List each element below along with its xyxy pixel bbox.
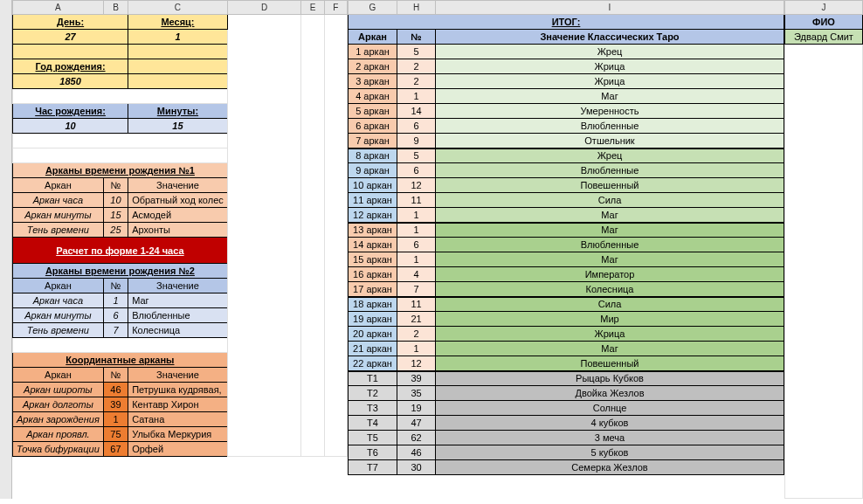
trow-meaning[interactable]: Семерка Жезлов xyxy=(436,460,784,475)
row-arcan-meaning[interactable]: Мир xyxy=(436,312,784,327)
row-arcan-meaning[interactable]: Умеренность xyxy=(436,104,784,119)
col-hdr-I[interactable]: I xyxy=(436,1,784,15)
month-value[interactable]: 1 xyxy=(128,30,228,45)
c-r0-num[interactable]: 46 xyxy=(103,383,128,397)
c-r4-meaning[interactable]: Орфей xyxy=(128,442,228,457)
trow-meaning[interactable]: 5 кубков xyxy=(436,445,784,460)
c-r3-meaning[interactable]: Улыбка Меркурия xyxy=(128,427,228,442)
row-arcan-num[interactable]: 12 xyxy=(397,178,436,193)
row-arcan-meaning[interactable]: Император xyxy=(436,267,784,282)
hour-value[interactable]: 10 xyxy=(13,119,128,134)
trow-num[interactable]: 30 xyxy=(397,460,436,475)
trow-num[interactable]: 19 xyxy=(397,401,436,416)
row-arcan-num[interactable]: 6 xyxy=(397,238,436,252)
redbar-link[interactable]: Расчет по форме 1-24 часа xyxy=(13,238,228,264)
row-arcan-num[interactable]: 1 xyxy=(397,252,436,267)
col-hdr-H[interactable]: H xyxy=(397,1,436,15)
row-arcan-num[interactable]: 1 xyxy=(397,223,436,238)
c-r1-num[interactable]: 39 xyxy=(103,397,128,412)
row-arcan-meaning[interactable]: Маг xyxy=(436,223,784,238)
minute-value[interactable]: 15 xyxy=(128,119,228,134)
row-arcan-num[interactable]: 6 xyxy=(397,119,436,134)
col-hdr-A[interactable]: A xyxy=(13,1,104,15)
col-hdr-J[interactable]: J xyxy=(785,1,863,15)
row-arcan-meaning[interactable]: Повешенный xyxy=(436,178,784,193)
row-arcan-meaning[interactable]: Маг xyxy=(436,89,784,104)
trow-meaning[interactable]: Солнце xyxy=(436,401,784,416)
fio-value[interactable]: Эдвард Смит xyxy=(785,30,863,45)
row-arcan-num[interactable]: 1 xyxy=(397,89,436,104)
row-arcan-meaning[interactable]: Жрец xyxy=(436,45,784,59)
b2-r0-num[interactable]: 1 xyxy=(103,293,128,308)
row-arcan-meaning[interactable]: Влюбленные xyxy=(436,163,784,178)
row-arcan-meaning[interactable]: Маг xyxy=(436,342,784,356)
trow-num[interactable]: 47 xyxy=(397,416,436,431)
c-r4-num[interactable]: 67 xyxy=(103,442,128,457)
trow-num[interactable]: 39 xyxy=(397,371,436,386)
b1-r1-meaning[interactable]: Асмодей xyxy=(128,208,228,223)
row-arcan-meaning[interactable]: Сила xyxy=(436,297,784,312)
row-arcan-meaning[interactable]: Отшельник xyxy=(436,134,784,148)
row-arcan-num[interactable]: 2 xyxy=(397,74,436,89)
row-arcan-num[interactable]: 2 xyxy=(397,327,436,342)
row-arcan-num[interactable]: 1 xyxy=(397,342,436,356)
row-arcan-num[interactable]: 5 xyxy=(397,45,436,59)
b2-r2-meaning[interactable]: Колесница xyxy=(128,323,228,338)
row-arcan-num[interactable]: 2 xyxy=(397,59,436,74)
row-arcan-num[interactable]: 11 xyxy=(397,297,436,312)
trow-num[interactable]: 35 xyxy=(397,386,436,401)
row-arcan-meaning[interactable]: Влюбленные xyxy=(436,119,784,134)
row-arcan-num[interactable]: 21 xyxy=(397,312,436,327)
cell-blank-y4[interactable] xyxy=(128,74,228,89)
c-r2-meaning[interactable]: Сатана xyxy=(128,412,228,427)
row-arcan-num[interactable]: 11 xyxy=(397,193,436,208)
b1-r2-meaning[interactable]: Архонты xyxy=(128,223,228,238)
row-arcan-meaning[interactable]: Маг xyxy=(436,208,784,223)
row-arcan-meaning[interactable]: Маг xyxy=(436,252,784,267)
col-hdr-E[interactable]: E xyxy=(301,1,324,15)
c-r0-meaning[interactable]: Петрушка кудрявая, xyxy=(128,383,228,397)
row-arcan-meaning[interactable]: Жрица xyxy=(436,74,784,89)
row-arcan-meaning[interactable]: Жрица xyxy=(436,327,784,342)
row-arcan-num[interactable]: 14 xyxy=(397,104,436,119)
col-hdr-B[interactable]: B xyxy=(103,1,128,15)
trow-meaning[interactable]: Двойка Жезлов xyxy=(436,386,784,401)
trow-meaning[interactable]: Рыцарь Кубков xyxy=(436,371,784,386)
b1-r0-num[interactable]: 10 xyxy=(103,193,128,208)
b1-r1-num[interactable]: 15 xyxy=(103,208,128,223)
col-hdr-D[interactable]: D xyxy=(227,1,301,15)
b2-r1-meaning[interactable]: Влюбленные xyxy=(128,308,228,323)
row-arcan-num[interactable]: 7 xyxy=(397,282,436,297)
col-hdr-C[interactable]: C xyxy=(128,1,228,15)
row-arcan-meaning[interactable]: Сила xyxy=(436,193,784,208)
row-arcan-num[interactable]: 5 xyxy=(397,148,436,163)
c-r1-meaning[interactable]: Кентавр Хирон xyxy=(128,397,228,412)
year-value[interactable]: 1850 xyxy=(13,74,128,89)
c-r2-num[interactable]: 1 xyxy=(103,412,128,427)
trow-num[interactable]: 62 xyxy=(397,431,436,445)
b2-r1-num[interactable]: 6 xyxy=(103,308,128,323)
row-arcan-num[interactable]: 6 xyxy=(397,163,436,178)
row-arcan-meaning[interactable]: Жрец xyxy=(436,148,784,163)
row-arcan-num[interactable]: 12 xyxy=(397,356,436,371)
row-arcan-meaning[interactable]: Колесница xyxy=(436,282,784,297)
cell-blank-y2[interactable] xyxy=(128,45,228,59)
row-arcan-num[interactable]: 4 xyxy=(397,267,436,282)
trow-meaning[interactable]: 3 меча xyxy=(436,431,784,445)
b1-r2-num[interactable]: 25 xyxy=(103,223,128,238)
b2-r2-num[interactable]: 7 xyxy=(103,323,128,338)
trow-meaning[interactable]: 4 кубков xyxy=(436,416,784,431)
row-arcan-meaning[interactable]: Жрица xyxy=(436,59,784,74)
b2-r0-meaning[interactable]: Маг xyxy=(128,293,228,308)
trow-num[interactable]: 46 xyxy=(397,445,436,460)
b1-r0-meaning[interactable]: Обратный ход колес xyxy=(128,193,228,208)
c-r3-num[interactable]: 75 xyxy=(103,427,128,442)
row-arcan-num[interactable]: 9 xyxy=(397,134,436,148)
cell-blank-y1[interactable] xyxy=(13,45,128,59)
row-arcan-meaning[interactable]: Повешенный xyxy=(436,356,784,371)
day-value[interactable]: 27 xyxy=(13,30,128,45)
row-arcan-meaning[interactable]: Влюбленные xyxy=(436,238,784,252)
col-hdr-F[interactable]: F xyxy=(324,1,347,15)
cell-blank-y3[interactable] xyxy=(128,59,228,74)
col-hdr-G[interactable]: G xyxy=(349,1,397,15)
